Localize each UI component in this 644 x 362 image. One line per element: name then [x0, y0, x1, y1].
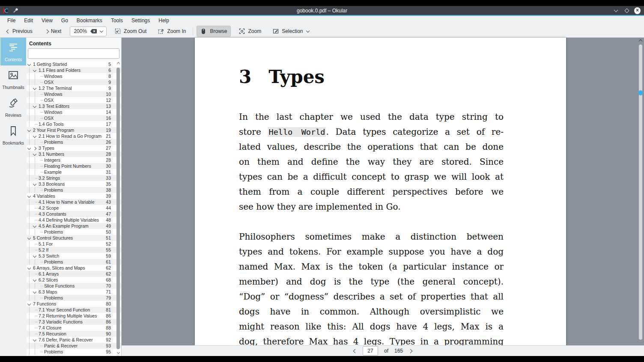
menu-item-go[interactable]: Go — [57, 17, 72, 24]
toc-row[interactable]: 4.1 How to Name a Variable43 — [27, 199, 121, 205]
toc-item-label[interactable]: Problems — [43, 229, 63, 234]
toc-row[interactable]: 7.6 Defer, Panic & Recover92 — [27, 337, 121, 343]
zoom-tool-button[interactable]: Zoom — [235, 26, 265, 36]
toc-item-label[interactable]: 6.2 Slices — [38, 277, 58, 282]
toc-item-label[interactable]: 6.1 Arrays — [38, 271, 59, 276]
toc-item-label[interactable]: 2.1 How to Read a Go Program — [38, 134, 101, 139]
browse-button[interactable]: Browse — [197, 26, 231, 37]
next-page-icon[interactable] — [408, 349, 413, 353]
toc-row[interactable]: 5.2 If55 — [27, 247, 121, 253]
toc-item-label[interactable]: 7.6 Defer, Panic & Recover — [38, 337, 93, 342]
close-button[interactable]: × — [634, 7, 641, 14]
expander-chevron-icon[interactable] — [32, 181, 38, 187]
toc-item-label[interactable]: 5.1 For — [38, 241, 53, 246]
toc-item-label[interactable]: 4.2 Scope — [38, 205, 59, 211]
toc-item-label[interactable]: 1.2 The Terminal — [38, 86, 72, 91]
toc-row[interactable]: 7.3 Variadic Functions86 — [27, 319, 121, 325]
toc-item-label[interactable]: 1.3 Text Editors — [38, 104, 69, 109]
previous-button[interactable]: Previous — [3, 27, 36, 36]
expander-chevron-icon[interactable] — [27, 265, 32, 271]
toc-item-label[interactable]: 7.4 Closure — [38, 325, 62, 330]
toc-item-label[interactable]: 4.1 How to Name a Variable — [38, 199, 95, 205]
toc-item-label[interactable]: 5.2 If — [38, 247, 48, 252]
toc-row[interactable]: Problems61 — [27, 259, 121, 265]
toc-item-label[interactable]: OSX — [43, 80, 54, 85]
toc-item-label[interactable]: Problems — [43, 139, 63, 145]
selection-button[interactable]: Selection — [269, 26, 312, 36]
toc-row[interactable]: Windows8 — [27, 73, 121, 79]
toc-item-label[interactable]: 3 Types — [38, 145, 54, 151]
zoom-in-button[interactable]: Zoom In — [154, 26, 189, 36]
toc-item-label[interactable]: Slice Functions — [43, 283, 75, 288]
contents-search-input[interactable] — [28, 48, 119, 59]
toc-item-label[interactable]: 4.3 Constants — [38, 211, 66, 217]
toc-row[interactable]: Problems50 — [27, 229, 121, 235]
toc-row[interactable]: 7.2 Returning Multiple Values86 — [27, 313, 121, 319]
toc-row[interactable]: OSX12 — [27, 97, 121, 103]
expander-chevron-icon[interactable] — [32, 277, 38, 283]
maximize-button[interactable] — [623, 7, 630, 14]
toc-item-label[interactable]: 3.2 Strings — [38, 175, 60, 181]
toc-item-label[interactable]: 7 Functions — [32, 301, 56, 306]
expander-chevron-icon[interactable] — [27, 301, 32, 307]
toc-row[interactable]: 7 Functions80 — [27, 301, 121, 307]
toc-row[interactable]: 3.1 Numbers28 — [27, 151, 121, 157]
toc-row[interactable]: Problems38 — [27, 187, 121, 193]
menu-item-help[interactable]: Help — [155, 17, 173, 24]
toc-row[interactable]: 1 Getting Started5 — [27, 61, 121, 67]
toc-row[interactable]: 7.5 Recursion90 — [27, 331, 121, 337]
toc-row[interactable]: 6.3 Maps71 — [27, 289, 121, 295]
expander-chevron-icon[interactable] — [27, 61, 32, 67]
zoom-out-button[interactable]: Zoom Out — [111, 26, 150, 36]
expander-chevron-icon[interactable] — [27, 193, 32, 199]
expander-chevron-icon[interactable] — [32, 67, 38, 73]
expander-chevron-icon[interactable] — [32, 253, 38, 259]
titlebar[interactable]: gobook.0.pdf – Okular × — [0, 6, 644, 15]
expander-chevron-icon[interactable] — [27, 145, 32, 151]
toc-row[interactable]: Windows14 — [27, 109, 121, 115]
toc-item-label[interactable]: 7.3 Variadic Functions — [38, 319, 83, 324]
toc-item-label[interactable]: OSX — [43, 116, 54, 121]
toc-item-label[interactable]: Windows — [43, 92, 63, 97]
toc-row[interactable]: 6 Arrays, Slices and Maps62 — [27, 265, 121, 271]
toc-item-label[interactable]: Integers — [43, 157, 60, 163]
toc-item-label[interactable]: Windows — [43, 74, 63, 79]
toc-row[interactable]: 6.2 Slices68 — [27, 277, 121, 283]
toc-item-label[interactable]: 4.4 Defining Multiple Variables — [38, 217, 99, 223]
toc-row[interactable]: 4 Variables39 — [27, 193, 121, 199]
expander-chevron-icon[interactable] — [32, 103, 38, 109]
sidebar-tab-bookmarks[interactable]: Bookmarks — [0, 121, 26, 149]
toc-row[interactable]: Problems26 — [27, 139, 121, 145]
toc-row[interactable]: 7.1 Your Second Function81 — [27, 307, 121, 313]
toc-row[interactable]: OSX9 — [27, 79, 121, 85]
toc-item-label[interactable]: 4 Variables — [32, 193, 55, 199]
toc-row[interactable]: 3.3 Booleans35 — [27, 181, 121, 187]
toc-row[interactable]: 1.3 Text Editors13 — [27, 103, 121, 109]
toc-row[interactable]: 2.1 How to Read a Go Program21 — [27, 133, 121, 139]
sidebar-tab-contents[interactable]: Contents — [0, 38, 26, 65]
menu-item-file[interactable]: File — [3, 17, 19, 24]
menu-item-edit[interactable]: Edit — [20, 17, 37, 24]
toc-row[interactable]: Windows10 — [27, 91, 121, 97]
expander-chevron-icon[interactable] — [32, 337, 38, 343]
zoom-combobox[interactable]: 200% — [70, 27, 107, 36]
page-number-input[interactable] — [363, 346, 378, 356]
toc-item-label[interactable]: Panic & Recover — [43, 343, 78, 348]
toc-item-label[interactable]: OSX — [43, 98, 54, 103]
toc-item-label[interactable]: 4.5 An Example Program — [38, 223, 89, 228]
toc-item-label[interactable]: 7.1 Your Second Function — [38, 307, 90, 312]
pdf-page[interactable]: 3Types In the last chapter we used the d… — [195, 38, 566, 345]
toc-row[interactable]: 5 Control Structures51 — [27, 235, 121, 241]
toc-row[interactable]: 3 Types27 — [27, 145, 121, 151]
toc-row[interactable]: 4.4 Defining Multiple Variables48 — [27, 217, 121, 223]
toc-row[interactable]: 6.1 Arrays62 — [27, 271, 121, 277]
vertical-scrollbar-thumb[interactable] — [638, 90, 643, 95]
expander-chevron-icon[interactable] — [27, 127, 32, 133]
toc-item-label[interactable]: Windows — [43, 110, 63, 115]
toc-row[interactable]: 1.2 The Terminal9 — [27, 85, 121, 91]
toc-item-label[interactable]: 5.3 Switch — [38, 253, 59, 258]
toc-row[interactable]: Slice Functions70 — [27, 283, 121, 289]
toc-row[interactable]: Problems79 — [27, 295, 121, 301]
clear-zoom-icon[interactable] — [90, 29, 97, 34]
next-button[interactable]: Next — [42, 27, 65, 36]
